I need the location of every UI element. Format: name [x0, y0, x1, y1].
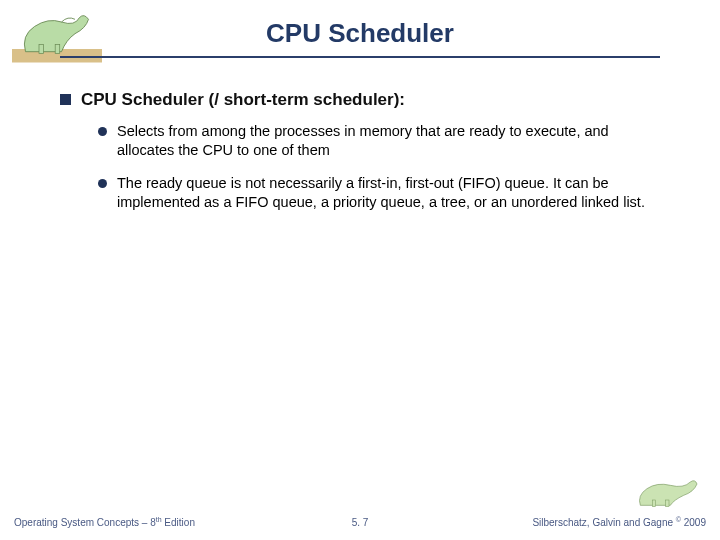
content-area: CPU Scheduler (/ short-term scheduler): … [60, 90, 660, 225]
bullet-level2-text: Selects from among the processes in memo… [117, 122, 660, 160]
dot-bullet-icon [98, 179, 107, 188]
title-divider [60, 56, 660, 58]
slide: CPU Scheduler CPU Scheduler (/ short-ter… [0, 0, 720, 540]
bullet-level2-item: Selects from among the processes in memo… [98, 122, 660, 160]
footer-right: Silberschatz, Galvin and Gagne © 2009 [532, 516, 706, 528]
square-bullet-icon [60, 94, 71, 105]
slide-title: CPU Scheduler [0, 18, 720, 49]
bullet-level2-list: Selects from among the processes in memo… [98, 122, 660, 211]
footer-right-suffix: 2009 [681, 517, 706, 528]
bullet-level2-item: The ready queue is not necessarily a fir… [98, 174, 660, 212]
bullet-level1-text: CPU Scheduler (/ short-term scheduler): [81, 90, 405, 110]
bullet-level2-text: The ready queue is not necessarily a fir… [117, 174, 660, 212]
dinosaur-logo-small-icon [632, 472, 702, 512]
bullet-level1: CPU Scheduler (/ short-term scheduler): [60, 90, 660, 110]
svg-rect-4 [652, 500, 655, 507]
dot-bullet-icon [98, 127, 107, 136]
footer-right-prefix: Silberschatz, Galvin and Gagne [532, 517, 675, 528]
svg-rect-3 [666, 500, 669, 507]
